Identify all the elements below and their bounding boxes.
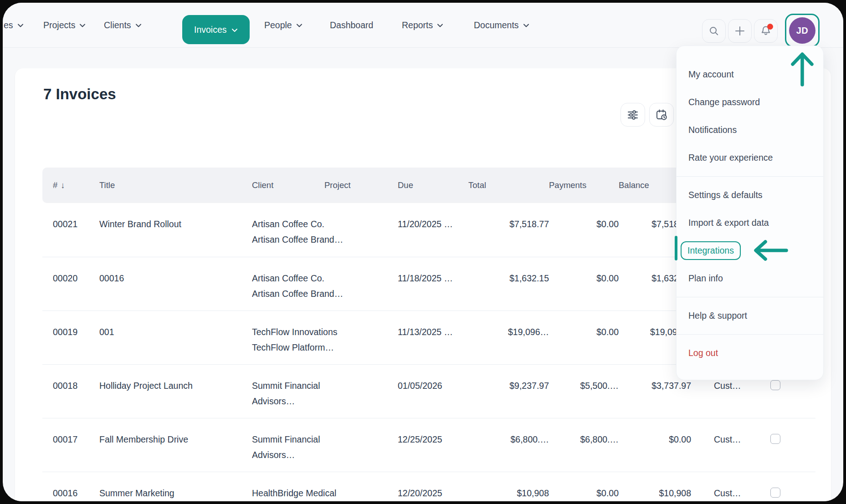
row-checkbox[interactable]	[770, 380, 780, 390]
column-header-due[interactable]: Due	[398, 168, 468, 203]
menu-item-my-account[interactable]: My account	[677, 61, 823, 88]
nav-item-dashboard[interactable]: Dashboard	[330, 20, 373, 31]
user-dropdown-menu: My account Change password Notifications…	[676, 46, 824, 380]
search-icon	[708, 25, 719, 36]
client-name: HealthBridge Medical	[252, 488, 336, 498]
invoice-client-project: Artisan Coffee Co. Artisan Coffee Brand…	[252, 203, 398, 257]
menu-item-notifications[interactable]: Notifications	[677, 116, 823, 144]
invoice-row[interactable]: 00016 Summer Marketing HealthBridge Medi…	[42, 472, 815, 501]
row-checkbox[interactable]	[770, 434, 780, 444]
invoice-payments: $5,500.…	[549, 364, 619, 418]
avatar: JD	[789, 17, 815, 44]
page-title: 7 Invoices	[43, 86, 116, 103]
nav-item-truncated[interactable]: es	[4, 20, 24, 31]
invoice-status: Cust…	[691, 418, 770, 472]
invoice-client-project: Summit Financial Advisors…	[252, 418, 398, 472]
nav-item-reports[interactable]: Reports	[402, 20, 443, 31]
invoice-client-project: Artisan Coffee Co. Artisan Coffee Brand…	[252, 257, 398, 311]
column-header-number[interactable]: #↓	[42, 168, 99, 203]
invoice-due: 12/25/2025	[398, 418, 468, 472]
project-name: Advisors…	[252, 447, 398, 463]
menu-group-help: Help & support	[677, 297, 823, 334]
client-name: Artisan Coffee Co.	[252, 219, 324, 229]
column-header-client[interactable]: Client	[252, 168, 324, 203]
invoice-title: Summer Marketing	[99, 472, 252, 501]
add-button[interactable]	[728, 19, 752, 43]
chevron-down-icon	[17, 24, 24, 28]
nav-item-documents[interactable]: Documents	[474, 20, 529, 31]
chevron-down-icon	[523, 24, 529, 28]
menu-item-settings-defaults[interactable]: Settings & defaults	[677, 181, 823, 209]
invoice-total: $19,096…	[468, 311, 549, 364]
invoice-total: $1,632.15	[468, 257, 549, 311]
invoice-balance: $10,908	[619, 472, 691, 501]
menu-item-change-password[interactable]: Change password	[677, 88, 823, 116]
invoice-client-project: HealthBridge Medical	[252, 472, 398, 501]
invoice-number: 00021	[42, 203, 99, 257]
client-name: TechFlow Innovations	[252, 327, 338, 337]
filter-button[interactable]	[620, 103, 645, 127]
invoice-client-project: TechFlow Innovations TechFlow Platform…	[252, 311, 398, 364]
column-header-project[interactable]: Project	[324, 168, 398, 203]
invoice-row[interactable]: 00017 Fall Membership Drive Summit Finan…	[42, 418, 815, 472]
notification-dot	[767, 24, 773, 30]
invoice-title: 001	[99, 311, 252, 364]
column-header-payments[interactable]: Payments	[549, 168, 619, 203]
search-button[interactable]	[702, 19, 726, 43]
menu-group-logout: Log out	[677, 335, 823, 372]
menu-item-rate-your-experience[interactable]: Rate your experience	[677, 144, 823, 172]
integrations-highlight-pill: Integrations	[681, 241, 741, 260]
invoice-number: 00018	[42, 364, 99, 418]
plus-icon	[734, 25, 746, 37]
invoice-title: Winter Brand Rollout	[99, 203, 252, 257]
column-header-total[interactable]: Total	[468, 168, 549, 203]
notifications-button[interactable]	[754, 19, 778, 43]
column-header-title[interactable]: Title	[99, 168, 252, 203]
menu-item-import-export-data[interactable]: Import & export data	[677, 209, 823, 237]
invoice-total: $10,908	[468, 472, 549, 501]
invoice-payments: $0.00	[549, 472, 619, 501]
invoice-payments: $0.00	[549, 203, 619, 257]
invoice-payments: $0.00	[549, 311, 619, 364]
menu-item-help-support[interactable]: Help & support	[677, 302, 823, 330]
invoice-number: 00017	[42, 418, 99, 472]
invoice-client-project: Summit Financial Advisors…	[252, 364, 398, 418]
schedule-button[interactable]	[649, 103, 674, 127]
invoice-payments: $0.00	[549, 257, 619, 311]
nav-item-projects[interactable]: Projects	[43, 20, 86, 31]
chevron-down-icon	[231, 28, 238, 32]
project-name: Artisan Coffee Brand…	[252, 232, 398, 247]
top-navigation-bar: es Projects Clients Invoices People Dash…	[3, 3, 843, 48]
invoice-total: $7,518.77	[468, 203, 549, 257]
invoice-payments: $6,800.…	[549, 418, 619, 472]
nav-item-clients[interactable]: Clients	[104, 20, 142, 31]
menu-group-account: My account Change password Notifications…	[677, 56, 823, 176]
invoice-title: Holliday Project Launch	[99, 364, 252, 418]
nav-item-invoices-active[interactable]: Invoices	[182, 15, 250, 44]
project-name: Artisan Coffee Brand…	[252, 286, 398, 301]
user-avatar-button[interactable]: JD	[785, 14, 820, 47]
invoice-due: 12/20/2025	[398, 472, 468, 501]
menu-group-settings: Settings & defaults Import & export data…	[677, 177, 823, 297]
invoice-total: $6,800.…	[468, 418, 549, 472]
invoice-title: 00016	[99, 257, 252, 311]
invoice-total: $9,237.97	[468, 364, 549, 418]
calendar-clock-icon	[655, 108, 668, 121]
invoice-title: Fall Membership Drive	[99, 418, 252, 472]
client-name: Artisan Coffee Co.	[252, 273, 324, 283]
menu-item-log-out[interactable]: Log out	[677, 339, 823, 367]
chevron-down-icon	[437, 24, 443, 28]
invoice-due: 11/18/2025 …	[398, 257, 468, 311]
invoice-due: 01/05/2026	[398, 364, 468, 418]
invoice-number: 00019	[42, 311, 99, 364]
menu-item-plan-info[interactable]: Plan info	[677, 265, 823, 292]
sliders-icon	[626, 108, 639, 121]
menu-item-integrations[interactable]: Integrations	[677, 237, 823, 265]
invoice-due: 11/13/2025 …	[398, 311, 468, 364]
nav-item-people[interactable]: People	[264, 20, 303, 31]
row-checkbox[interactable]	[770, 488, 780, 498]
invoice-number: 00016	[42, 472, 99, 501]
client-name: Summit Financial	[252, 434, 320, 444]
app-window: es Projects Clients Invoices People Dash…	[3, 3, 843, 501]
invoice-balance: $0.00	[619, 418, 691, 472]
